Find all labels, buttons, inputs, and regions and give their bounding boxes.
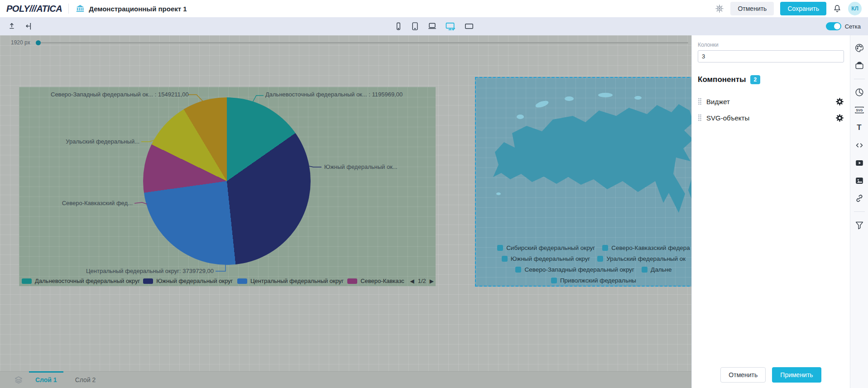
russia-map: [489, 84, 701, 243]
canvas-width-label: 1920 px: [11, 39, 30, 46]
palette-icon[interactable]: [854, 43, 865, 53]
svg-text:SVG: SVG: [856, 109, 863, 112]
legend-label: Северо-Западный федеральный округ: [524, 266, 634, 273]
legend-swatch: [515, 267, 521, 273]
image-tool-icon[interactable]: [854, 175, 865, 186]
panel-apply-button[interactable]: Применить: [772, 367, 821, 383]
map-legend: Сибирский федеральный округ Северо-Кавка…: [476, 244, 711, 284]
component-label: SVG-объекты: [706, 114, 749, 122]
legend-label: Южный федеральный округ: [156, 278, 233, 284]
project-icon: [75, 4, 85, 14]
text-tool-glyph: T: [857, 123, 861, 132]
svg-map-widget[interactable]: Сибирский федеральный округ Северо-Кавка…: [475, 77, 712, 287]
legend-swatch: [347, 278, 357, 284]
legend-swatch: [602, 245, 608, 251]
pager-page: 1/2: [418, 278, 426, 284]
map-legend-item: Северо-Кавказский федера: [602, 244, 690, 251]
save-button[interactable]: Сохранить: [780, 2, 826, 15]
columns-input[interactable]: [698, 50, 844, 62]
legend-swatch: [497, 245, 503, 251]
legend-swatch: [597, 256, 603, 262]
canvas-width-control: 1920 px: [11, 39, 688, 46]
device-preview-switcher: [393, 20, 475, 33]
divider: [854, 79, 865, 79]
export-icon[interactable]: [7, 22, 16, 31]
pie-legend: Дальневосточный федеральный округ Южный …: [22, 278, 434, 284]
polymatica-logo: POLY///ATICA: [6, 4, 62, 14]
legend-item: Дальневосточный федеральный округ: [22, 278, 135, 284]
pie-callout-label: Центральный федеральный округ: 3739729,0…: [78, 268, 214, 274]
toggle-knob: [834, 23, 840, 29]
drag-handle-icon[interactable]: [698, 98, 702, 105]
legend-label: Северо-Кавказский федера: [611, 244, 690, 251]
settings-gear-icon[interactable]: [715, 4, 724, 13]
legend-label: Сибирский федеральный округ: [506, 244, 595, 251]
text-cursor-icon[interactable]: [24, 22, 34, 31]
tab-layer-1[interactable]: Слой 1: [29, 372, 63, 388]
drag-handle-icon[interactable]: [698, 114, 702, 121]
cancel-button[interactable]: Отменить: [730, 2, 774, 15]
notifications-bell-icon[interactable]: [833, 4, 842, 13]
legend-item: Центральный федеральный округ: [237, 278, 339, 284]
grid-toggle-label: Сетка: [845, 23, 861, 30]
video-tool-icon[interactable]: [854, 158, 865, 168]
device-laptop-icon[interactable]: [426, 20, 438, 32]
pager-next-icon[interactable]: ▶: [430, 278, 434, 284]
device-phone-icon[interactable]: [393, 20, 404, 32]
pie-chart-tool-icon[interactable]: [854, 87, 865, 98]
legend-label: Северо-Кавказс: [360, 278, 404, 284]
divider: [68, 4, 69, 14]
legend-swatch: [642, 267, 647, 273]
divider: [854, 211, 865, 212]
legend-label: Уральский федеральный ок: [606, 255, 686, 262]
component-row-widget[interactable]: Виджет: [698, 93, 844, 110]
components-tray-icon[interactable]: [854, 60, 865, 71]
legend-swatch: [502, 256, 508, 262]
legend-label: Южный федеральный округ: [511, 255, 590, 262]
pie-chart[interactable]: [143, 97, 311, 265]
user-avatar[interactable]: КЛ: [848, 2, 862, 15]
svg-objects-tool-icon[interactable]: SVG: [854, 105, 865, 115]
properties-panel: Колонки Компоненты 2 Виджет: [691, 35, 850, 388]
canvas-width-slider[interactable]: [37, 42, 688, 43]
map-legend-item: Приволжский федеральны: [551, 277, 636, 284]
map-legend-item: Южный федеральный округ: [502, 255, 590, 262]
legend-label: Дальневосточный федеральный округ: [35, 278, 140, 284]
legend-item: Южный федеральный округ: [143, 278, 229, 284]
pie-callout-label: Северо-Западный федеральный ок... : 1549…: [51, 91, 187, 98]
components-count-badge: 2: [750, 75, 761, 84]
legend-item: Северо-Кавказс: [347, 278, 402, 284]
text-tool-icon[interactable]: T: [854, 122, 865, 133]
legend-swatch: [237, 278, 247, 284]
link-tool-icon[interactable]: [854, 193, 865, 204]
pager-prev-icon[interactable]: ◀: [410, 278, 414, 284]
tab-layer-2[interactable]: Слой 2: [69, 372, 102, 388]
component-row-svg-objects[interactable]: SVG-объекты: [698, 110, 844, 126]
component-settings-gear-icon[interactable]: [835, 114, 844, 122]
map-legend-item: Дальне: [642, 266, 672, 273]
layers-icon[interactable]: [14, 375, 24, 385]
panel-cancel-button[interactable]: Отменить: [720, 367, 766, 383]
components-list: Виджет SVG-объекты: [698, 93, 844, 126]
legend-label: Центральный федеральный округ: [250, 278, 344, 284]
map-legend-item: Уральский федеральный ок: [597, 255, 686, 262]
legend-label: Приволжский федеральны: [560, 277, 636, 284]
components-title: Компоненты: [698, 75, 746, 84]
device-widescreen-icon[interactable]: [463, 20, 475, 32]
columns-label: Колонки: [698, 42, 844, 48]
pie-callout-label: Северо-Кавказский фед...: [42, 200, 133, 206]
grid-toggle[interactable]: [826, 22, 841, 30]
app-root: POLY///ATICA Демонстрационный проект 1 О…: [0, 0, 868, 388]
pie-chart-widget[interactable]: Северо-Западный федеральный ок... : 1549…: [19, 87, 436, 286]
code-tool-icon[interactable]: [854, 140, 865, 151]
component-settings-gear-icon[interactable]: [835, 97, 844, 106]
slider-handle[interactable]: [36, 40, 41, 45]
legend-swatch: [551, 278, 557, 283]
pie-callout-label: Уральский федеральный...: [49, 138, 139, 145]
pie-callout-label: Южный федеральный ок...: [324, 163, 398, 170]
legend-label: Дальне: [651, 266, 672, 273]
device-tablet-icon[interactable]: [409, 20, 421, 32]
device-desktop-icon-active[interactable]: [444, 20, 457, 33]
legend-swatch: [143, 278, 153, 284]
filter-tool-icon[interactable]: [854, 220, 865, 230]
